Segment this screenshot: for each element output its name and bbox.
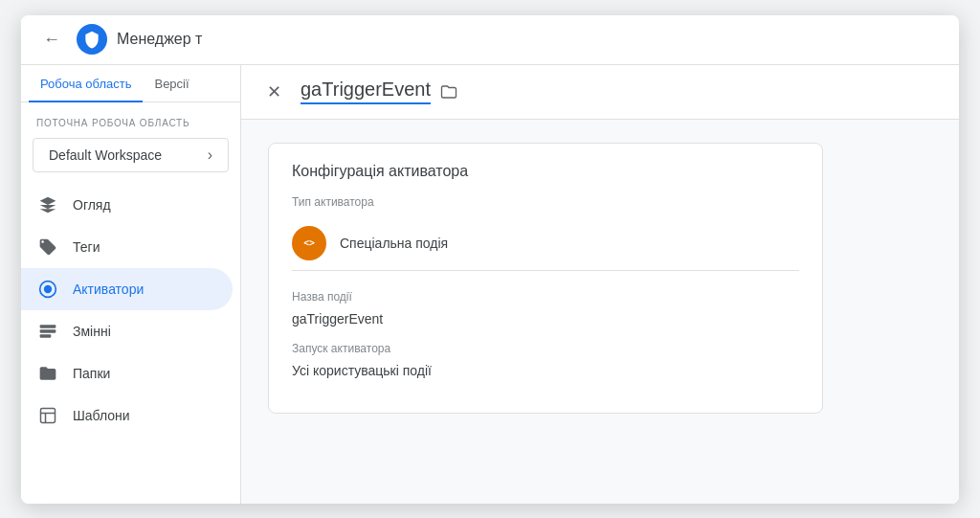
firing-value: Усі користувацькі події [292,363,799,378]
detail-body: Конфігурація активатора Тип активатора <… [241,120,959,504]
back-button[interactable]: ← [36,24,67,55]
app-title: Менеджер т [117,31,202,48]
nav-label-folders: Папки [73,366,110,381]
sidebar-item-overview[interactable]: Огляд [21,184,233,226]
sidebar: Робоча область Версії ПОТОЧНА РОБОЧА ОБЛ… [21,65,241,504]
nav-label-templates: Шаблони [73,408,130,423]
svg-rect-3 [40,329,56,332]
workspace-name: Default Workspace [49,147,162,163]
sidebar-item-templates[interactable]: Шаблони [21,394,233,437]
trigger-type-icon: <> [292,226,326,260]
folder-button[interactable] [440,83,457,101]
event-name-group: Назва події gaTriggerEvent [292,290,799,327]
chevron-right-icon: › [208,146,212,164]
top-bar: ← Менеджер т [21,15,959,65]
svg-rect-2 [40,325,56,327]
sidebar-item-folders[interactable]: Папки [21,352,233,394]
svg-text:<>: <> [303,237,315,248]
close-button[interactable]: ✕ [260,79,287,105]
tab-versions[interactable]: Версії [143,65,200,102]
nav-label-overview: Огляд [73,197,111,213]
sidebar-item-tags[interactable]: Теги [21,226,233,268]
sidebar-item-triggers[interactable]: Активатори [21,268,233,310]
svg-point-1 [44,284,52,292]
svg-rect-4 [40,334,52,337]
detail-header: ✕ gaTriggerEvent [241,65,959,120]
main-layout: Робоча область Версії ПОТОЧНА РОБОЧА ОБЛ… [21,65,959,504]
sidebar-tabs: Робоча область Версії [21,65,240,102]
detail-title: gaTriggerEvent [301,79,431,104]
app-window: ← Менеджер т Робоча область Версії ПОТОЧ… [21,15,959,504]
variables-icon [36,320,59,343]
content-area: ✕ gaTriggerEvent Конфігурація активатора… [241,65,959,504]
trigger-type-row: <> Спеціальна подія [292,216,799,271]
config-title: Конфігурація активатора [292,163,799,180]
trigger-icon [36,278,59,301]
folder-icon [36,362,59,385]
tab-workspace[interactable]: Робоча область [29,65,143,102]
config-card: Конфігурація активатора Тип активатора <… [268,143,823,414]
event-name-value: gaTriggerEvent [292,311,799,327]
firing-label: Запуск активатора [292,342,799,355]
workspace-section-label: ПОТОЧНА РОБОЧА ОБЛАСТЬ [21,102,240,134]
svg-rect-5 [41,408,56,422]
type-label: Тип активатора [292,195,799,209]
nav-label-tags: Теги [73,239,100,255]
workspace-selector[interactable]: Default Workspace › [33,138,229,172]
templates-icon [36,404,59,427]
layers-icon [36,193,59,216]
nav-label-variables: Змінні [73,324,111,339]
tag-icon [36,236,59,259]
event-name-label: Назва події [292,290,799,304]
nav-label-triggers: Активатори [73,282,144,297]
firing-group: Запуск активатора Усі користувацькі поді… [292,342,799,378]
detail-panel: ✕ gaTriggerEvent Конфігурація активатора… [241,65,959,504]
trigger-type-name: Спеціальна подія [340,236,448,251]
sidebar-item-variables[interactable]: Змінні [21,310,233,352]
gtm-logo [77,24,107,55]
